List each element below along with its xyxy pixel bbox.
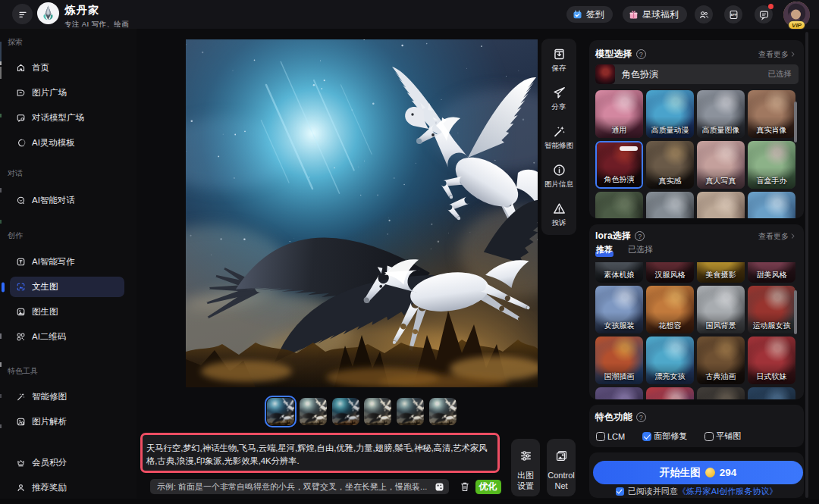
menu-button[interactable] xyxy=(12,4,33,24)
controlnet-icon xyxy=(554,449,569,463)
image-thumbnail[interactable] xyxy=(397,398,424,425)
lora-card[interactable]: 素体机娘 xyxy=(595,262,643,283)
lora-see-more[interactable]: 查看更多 xyxy=(758,231,796,242)
page-scrollbar[interactable] xyxy=(805,32,808,498)
toolbar-action-label: 智能修图 xyxy=(544,140,573,150)
sidebar-item[interactable]: AI智能写作 xyxy=(10,252,124,272)
calendar-icon xyxy=(572,9,583,20)
lora-card[interactable]: 古典油画 xyxy=(697,337,745,384)
model-card[interactable] xyxy=(748,192,795,218)
lora-card[interactable] xyxy=(595,387,643,399)
lora-tab[interactable]: 已选择 xyxy=(628,244,653,257)
model-card[interactable] xyxy=(595,192,643,218)
feature-option[interactable]: LCM xyxy=(596,432,625,441)
model-card[interactable]: 通用 xyxy=(595,90,643,138)
model-scrollbar[interactable] xyxy=(794,102,798,142)
generate-button[interactable]: 开始生图 294 xyxy=(593,461,803,484)
toolbar-action[interactable]: 图片信息 xyxy=(544,163,574,189)
lora-scrollbar[interactable] xyxy=(794,290,798,334)
welfare-label: 星球福利 xyxy=(642,8,679,21)
lora-card[interactable]: 花想容 xyxy=(646,286,694,333)
toolbar-action[interactable]: 投诉 xyxy=(551,202,566,228)
generated-image[interactable] xyxy=(186,39,538,387)
lora-card[interactable]: 漂亮女孩 xyxy=(646,337,694,384)
sidebar-item[interactable]: AI智能对话 xyxy=(10,190,124,211)
sidebar-item[interactable]: AI灵动模板 xyxy=(10,133,124,153)
user-avatar[interactable]: VIP xyxy=(783,2,810,28)
sidebar-item[interactable]: 推荐奖励 xyxy=(10,477,124,498)
lora-card[interactable] xyxy=(748,387,795,399)
model-card[interactable]: 真人写真 xyxy=(697,141,745,189)
sidebar-item[interactable]: 文生图 xyxy=(10,277,124,297)
optimize-button[interactable]: 优化 xyxy=(475,480,501,494)
feature-label: LCM xyxy=(607,432,625,441)
lora-card[interactable]: 甜美风格 xyxy=(748,262,795,283)
welfare-button[interactable]: 星球福利 xyxy=(623,6,687,23)
feature-option[interactable]: 面部修复 xyxy=(642,430,687,442)
sidebar-item[interactable]: AI二维码 xyxy=(10,327,124,347)
lora-card[interactable] xyxy=(697,387,745,399)
image-thumbnail[interactable] xyxy=(364,398,391,425)
model-card[interactable] xyxy=(646,192,694,218)
image-thumbnail[interactable] xyxy=(267,398,294,425)
checkin-button[interactable]: 签到 xyxy=(566,6,613,23)
sidebar-item[interactable]: 会员积分 xyxy=(10,452,124,473)
example-text: 示例: 前面是一个非常自鸣得意的小兵，双臂交叉，坐在长凳上，慢跑装... xyxy=(157,481,431,493)
feature-checkbox[interactable] xyxy=(596,432,605,441)
lora-card[interactable]: 运动服女孩 xyxy=(748,286,795,333)
toolbar-action[interactable]: 保存 xyxy=(551,47,566,74)
sidebar-item[interactable]: 首页 xyxy=(10,58,124,78)
image-thumbnail[interactable] xyxy=(332,398,359,425)
feature-checkbox[interactable] xyxy=(642,432,651,441)
community-button[interactable] xyxy=(695,5,713,23)
model-card[interactable]: 真实肖像 xyxy=(748,90,795,138)
example-pill[interactable]: 示例: 前面是一个非常自鸣得意的小兵，双臂交叉，坐在长凳上，慢跑装... xyxy=(150,479,449,494)
help-icon[interactable]: ? xyxy=(635,231,645,241)
agreement-row: 已阅读并同意《炼丹家AI创作服务协议》 xyxy=(589,486,804,497)
lora-card[interactable]: 国潮插画 xyxy=(595,337,643,384)
clear-prompt-button[interactable] xyxy=(459,481,471,493)
controlnet-button[interactable]: ControlNet xyxy=(547,439,576,496)
sidebar-item[interactable]: 智能修图 xyxy=(10,387,124,407)
prompt-textarea[interactable]: 天马行空,梦幻,神话生物,飞马,云端,星河,辉煌,自由,优雅,力量,翅膀,鬃毛,… xyxy=(140,433,500,473)
lora-card[interactable]: 女孩服装 xyxy=(595,286,643,333)
sidebar-item[interactable]: 图片解析 xyxy=(10,412,124,432)
lora-card[interactable] xyxy=(646,387,694,399)
lora-card-label: 运动服女孩 xyxy=(748,321,795,331)
output-settings-button[interactable]: 出图设置 xyxy=(511,439,540,496)
messages-button[interactable] xyxy=(755,5,773,23)
feature-label: 面部修复 xyxy=(654,430,687,442)
model-see-more[interactable]: 查看更多 xyxy=(758,49,796,60)
random-example-button[interactable] xyxy=(434,481,445,493)
toolbar-action[interactable]: 智能修图 xyxy=(544,124,574,151)
sidebar-item-label: 文生图 xyxy=(32,281,58,293)
sidebar-item-icon xyxy=(16,113,26,123)
sidebar-item[interactable]: 图生图 xyxy=(10,302,124,322)
lora-card[interactable]: 日式软妹 xyxy=(748,337,795,384)
selected-model-row[interactable]: 角色扮演 已选择 xyxy=(595,64,799,84)
image-thumbnail[interactable] xyxy=(429,398,457,425)
app-logo[interactable] xyxy=(37,2,59,24)
help-icon[interactable]: ? xyxy=(636,49,646,59)
lora-card[interactable]: 国风背景 xyxy=(697,286,745,333)
image-thumbnail[interactable] xyxy=(300,398,327,425)
lora-tab[interactable]: 推荐 xyxy=(596,244,613,257)
agreement-checkbox[interactable] xyxy=(616,487,624,496)
model-card[interactable]: 角色扮演 xyxy=(595,141,643,189)
sidebar-item[interactable]: 对话模型广场 xyxy=(10,108,124,128)
agreement-link[interactable]: 《炼丹家AI创作服务协议》 xyxy=(678,486,777,497)
app-download-button[interactable] xyxy=(724,5,742,23)
lora-card[interactable]: 美食摄影 xyxy=(697,262,745,283)
toolbar-action[interactable]: 分享 xyxy=(551,86,566,112)
model-card[interactable]: 盲盒手办 xyxy=(748,141,795,189)
feature-checkbox[interactable] xyxy=(704,432,714,441)
sidebar-item-label: 会员积分 xyxy=(32,457,67,468)
model-card[interactable]: 高质量动漫 xyxy=(646,90,694,138)
sidebar-item[interactable]: 图片广场 xyxy=(10,83,124,103)
model-card[interactable]: 真实感 xyxy=(646,141,694,189)
model-card[interactable] xyxy=(697,192,745,218)
feature-option[interactable]: 平铺图 xyxy=(704,430,741,442)
help-icon[interactable]: ? xyxy=(636,412,646,422)
model-card[interactable]: 高质量图像 xyxy=(697,90,745,138)
lora-card[interactable]: 汉服风格 xyxy=(646,262,694,283)
